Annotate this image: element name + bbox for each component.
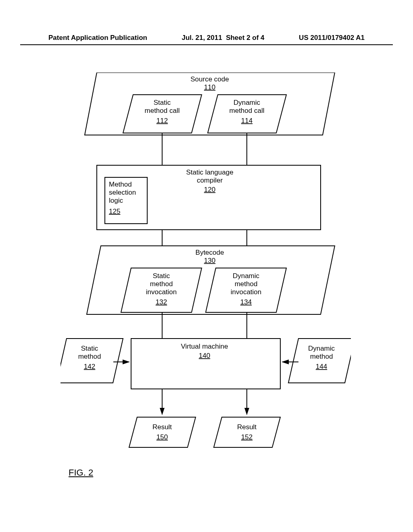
svg-text:method: method (235, 280, 258, 288)
source-code-title: Source code (190, 75, 229, 83)
result-right-title: Result (237, 423, 257, 431)
static-inv-ref: 132 (156, 298, 167, 306)
svg-text:Dynamic: Dynamic (234, 99, 261, 106)
compiler-ref: 120 (204, 186, 215, 193)
svg-text:method: method (310, 353, 333, 360)
svg-text:Static language: Static language (186, 168, 233, 176)
svg-text:Method: Method (109, 181, 132, 188)
figure-label: FIG. 2 (69, 468, 93, 478)
svg-marker-41 (214, 417, 280, 447)
svg-text:Static: Static (153, 272, 170, 280)
result-right-block: Result 152 (214, 417, 280, 447)
static-call-ref: 112 (156, 117, 168, 125)
header-pubnum: US 2011/0179402 A1 (299, 34, 365, 42)
header-rule (20, 44, 393, 45)
dynamic-method-block: Dynamic method 144 (288, 339, 351, 383)
bytecode-title: Bytecode (196, 249, 224, 256)
svg-text:Dynamic: Dynamic (233, 272, 260, 280)
vm-ref: 140 (199, 352, 210, 360)
static-method-call-block: Static method call 112 (123, 95, 202, 133)
svg-text:invocation: invocation (146, 288, 177, 296)
flow-diagram: Source code 110 Static method call 112 D… (60, 73, 351, 468)
page-header: Patent Application Publication Jul. 21, … (0, 34, 413, 42)
dynamic-method-call-block: Dynamic method call 114 (208, 95, 286, 133)
static-method-block: Static method 142 (60, 339, 123, 383)
dynamic-invocation-block: Dynamic method invocation 134 (206, 268, 286, 312)
svg-text:logic: logic (109, 197, 123, 204)
source-code-ref: 110 (204, 83, 215, 91)
dynamic-method-ref: 144 (316, 363, 327, 370)
svg-text:invocation: invocation (231, 288, 262, 296)
svg-text:selection: selection (109, 189, 136, 196)
svg-text:compiler: compiler (197, 177, 223, 184)
method-selection-block: Method selection logic 125 (105, 177, 147, 224)
result-left-title: Result (152, 423, 172, 431)
vm-title: Virtual machine (181, 343, 228, 350)
result-right-ref: 152 (241, 433, 252, 441)
dynamic-inv-ref: 134 (240, 298, 252, 306)
result-left-block: Result 150 (129, 417, 196, 447)
result-left-ref: 150 (156, 433, 168, 441)
static-invocation-block: Static method invocation 132 (121, 268, 202, 312)
method-sel-ref: 125 (109, 208, 120, 215)
svg-text:Static: Static (154, 99, 171, 106)
bytecode-ref: 130 (204, 257, 215, 264)
dynamic-call-ref: 114 (241, 117, 252, 125)
svg-text:method call: method call (145, 107, 180, 114)
svg-text:Dynamic: Dynamic (308, 345, 335, 352)
header-date-sheet: Jul. 21, 2011 Sheet 2 of 4 (182, 34, 265, 42)
svg-text:method: method (150, 280, 173, 288)
virtual-machine-block: Virtual machine 140 (131, 339, 280, 389)
svg-text:method call: method call (229, 107, 265, 114)
svg-marker-40 (129, 417, 196, 447)
header-publication: Patent Application Publication (48, 34, 147, 42)
svg-text:Static: Static (81, 345, 98, 352)
static-method-ref: 142 (84, 363, 95, 370)
svg-text:method: method (78, 353, 101, 360)
